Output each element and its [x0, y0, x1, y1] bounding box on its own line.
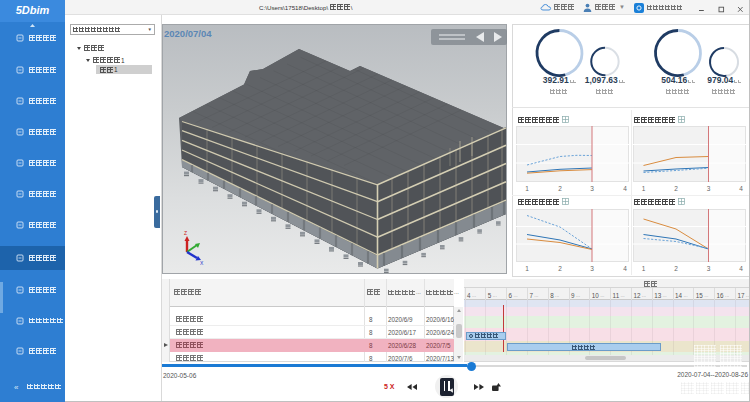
- svg-text:X: X: [200, 260, 204, 266]
- svg-text:Z: Z: [184, 230, 187, 236]
